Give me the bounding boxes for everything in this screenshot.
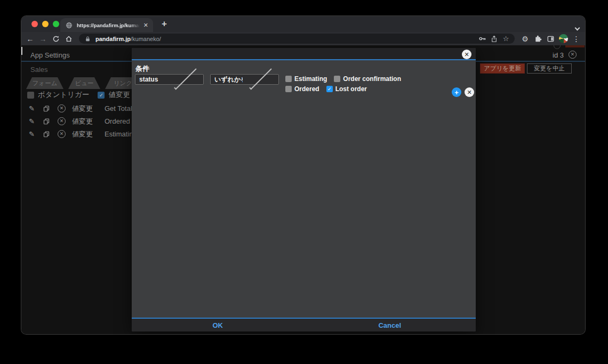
lock-icon[interactable] [84,35,92,43]
tab-strip: https://pandafirm.jp/kumaneko ✕ + [21,16,585,32]
dialog-close-icon[interactable]: ✕ [462,50,471,59]
record-id-label: id 3 [553,51,564,59]
trigger-row: ✎ ✕ 値変更 Estimating [29,130,137,139]
tab-form[interactable]: フォーム [26,77,63,89]
option-lost-order[interactable]: ✓ Lost order [326,85,367,93]
ok-button[interactable]: OK [132,319,304,331]
option-order-confirmation[interactable]: ✓ Order confirmation [334,75,401,83]
dialog-footer: OK Cancel [132,318,476,331]
tab-close-icon[interactable]: ✕ [143,22,148,28]
settings-gear-icon[interactable]: ⚙ [521,34,530,43]
url-path: /kumaneko/ [131,36,161,42]
back-icon[interactable]: ← [26,34,35,43]
remove-condition-icon[interactable]: ✕ [465,87,474,97]
edit-pencil-icon[interactable]: ✎ [29,130,43,138]
tab-search-chevron-icon[interactable] [575,22,580,27]
delete-x-icon[interactable]: ✕ [58,130,72,138]
trigger-row: ✎ ✕ 値変更 Get Total [29,104,132,113]
edit-pencil-icon[interactable]: ✎ [29,104,43,112]
page-title: App Settings [30,51,70,59]
add-condition-icon[interactable]: + [452,87,461,97]
side-panel-icon[interactable] [546,34,555,43]
password-key-icon[interactable] [478,35,486,43]
delete-x-icon[interactable]: ✕ [58,117,72,125]
value-options: ✓ Estimating ✓ Order confirmation ✓ Orde… [285,75,437,93]
duplicate-icon[interactable] [43,131,58,137]
checkbox-icon[interactable]: ✓ [285,86,292,92]
checkbox-icon[interactable]: ✓ [285,76,292,82]
abort-changes-button[interactable]: 変更を中止 [527,63,572,74]
profile-avatar[interactable] [559,34,568,43]
browser-window: https://pandafirm.jp/kumaneko ✕ + ← → pa… [21,16,585,334]
traffic-lights [31,21,59,27]
address-bar[interactable]: pandafirm.jp/kumaneko/ ☆ [79,34,515,44]
duplicate-icon[interactable] [43,118,58,125]
duplicate-icon[interactable] [43,105,58,112]
chevron-down-icon [174,67,196,90]
tab-title: https://pandafirm.jp/kumaneko [77,22,140,28]
option-estimating[interactable]: ✓ Estimating [285,75,327,83]
cancel-button[interactable]: Cancel [304,319,476,331]
url-domain: pandafirm.jp [95,36,131,42]
checkbox-icon[interactable]: ✓ [27,92,34,99]
page-viewport: App Settings id 3 ✕ Sales アプリを更新 変更を中止 フ… [21,45,585,334]
home-icon[interactable] [64,34,73,43]
operator-select[interactable]: いずれかを含む [210,74,279,85]
browser-tab[interactable]: https://pandafirm.jp/kumaneko ✕ [60,18,153,32]
zoom-window-button[interactable] [53,21,59,27]
close-window-button[interactable] [31,21,38,27]
checkbox-icon[interactable]: ✓ [334,76,340,82]
edit-pencil-icon[interactable]: ✎ [29,117,43,125]
globe-favicon-icon [65,21,73,29]
url-text: pandafirm.jp/kumaneko/ [95,36,475,42]
chevron-down-icon [249,67,271,90]
menu-dots-icon[interactable]: ⋮ [572,34,581,43]
option-ordered[interactable]: ✓ Ordered [285,85,319,93]
share-icon[interactable] [490,35,498,43]
bookmark-star-icon[interactable]: ☆ [502,35,510,43]
clipped-icon-remnant [554,45,561,49]
extensions-puzzle-icon[interactable] [533,34,542,43]
clipped-button-remnant [565,45,585,47]
dialog-header: ✕ [132,48,476,60]
app-name-label: Sales [30,66,48,74]
checkbox-icon[interactable]: ✓ [326,86,333,92]
new-tab-button[interactable]: + [158,18,171,30]
button-trigger-checkbox[interactable]: ✓ ボタントリガー [27,90,89,100]
forward-icon[interactable]: → [38,34,47,43]
condition-dialog: ✕ 条件 status いずれかを含む ✓ Estimating [132,48,476,331]
dialog-body: 条件 status いずれかを含む ✓ Estimating ✓ [132,60,476,317]
browser-toolbar: ← → pandafirm.jp/kumaneko/ ☆ ⚙ [21,32,585,45]
delete-x-icon[interactable]: ✕ [58,104,72,112]
tab-view[interactable]: ビュー [68,77,100,89]
record-close-icon[interactable]: ✕ [569,51,577,59]
checkbox-icon[interactable]: ✓ [98,92,105,99]
minimize-window-button[interactable] [42,21,49,27]
condition-label: 条件 [135,64,149,74]
update-app-button[interactable]: アプリを更新 [480,63,525,74]
trigger-row: ✎ ✕ 値変更 Ordered [29,117,130,126]
field-select[interactable]: status [135,74,204,85]
reload-icon[interactable] [51,34,60,43]
focus-tick [21,47,22,55]
